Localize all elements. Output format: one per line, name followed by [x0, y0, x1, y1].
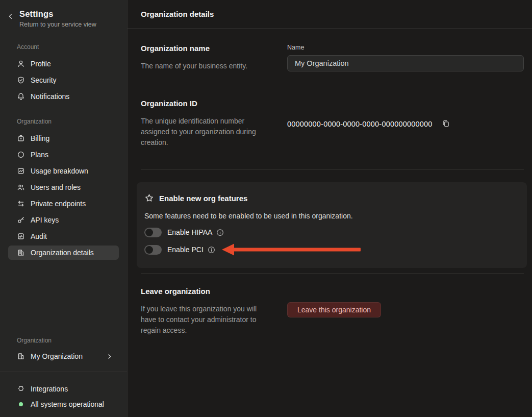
leave-organization-button[interactable]: Leave this organization: [287, 302, 381, 317]
audit-pulse-icon: [17, 232, 25, 240]
usage-chart-icon: [17, 167, 25, 175]
circle-icon: [17, 151, 25, 159]
name-field-label: Name: [287, 44, 524, 51]
sidebar-org-switcher-block: Organization My Organization: [0, 337, 127, 372]
sidebar-item-label: API keys: [31, 216, 59, 224]
features-card-title: Enable new org features: [159, 194, 247, 203]
billing-icon: [17, 134, 25, 142]
sidebar-header: Settings Return to your service view: [0, 0, 127, 28]
sidebar: Settings Return to your service view Acc…: [0, 0, 128, 417]
page-title: Organization details: [141, 10, 214, 18]
sidebar-item-label: Profile: [31, 60, 51, 68]
org-switcher-value: My Organization: [31, 352, 83, 360]
sidebar-item-label: Users and roles: [31, 183, 81, 191]
section-label-organization: Organization: [17, 118, 127, 125]
sidebar-item-label: Audit: [31, 232, 47, 240]
bell-icon: [17, 92, 25, 101]
main-header: Organization details: [128, 0, 532, 29]
copy-icon[interactable]: [442, 119, 450, 128]
org-id-section: Organization ID The unique identificatio…: [141, 84, 524, 170]
star-icon: [144, 193, 154, 203]
integrations-label: Integrations: [31, 385, 68, 393]
sidebar-title: Settings: [19, 9, 96, 19]
sidebar-item-profile[interactable]: Profile: [8, 57, 119, 71]
sidebar-item-label: Private endpoints: [31, 200, 86, 208]
hipaa-toggle-row: Enable HIPAA: [144, 227, 517, 237]
annotation-arrow-icon: [222, 243, 361, 256]
org-switcher[interactable]: My Organization: [8, 349, 119, 363]
sidebar-item-label: Security: [31, 76, 57, 84]
hipaa-toggle-label: Enable HIPAA: [167, 228, 212, 236]
main-panel: Organization details Organization name T…: [128, 0, 532, 417]
building-icon: [17, 352, 25, 360]
sidebar-subtitle: Return to your service view: [19, 21, 96, 28]
features-card-zone: Enable new org features Some features ne…: [141, 170, 524, 274]
sidebar-item-plans[interactable]: Plans: [8, 148, 119, 162]
sidebar-item-label: Plans: [31, 151, 48, 159]
info-icon[interactable]: [208, 246, 215, 254]
key-icon: [17, 216, 25, 224]
hipaa-toggle[interactable]: [144, 228, 162, 237]
sidebar-item-label: Organization details: [31, 249, 94, 257]
arrows-swap-icon: [17, 200, 25, 208]
org-name-section: Organization name The name of your busin…: [141, 29, 524, 84]
users-icon: [17, 183, 25, 191]
features-card-description: Some features need to be enabled to be u…: [144, 212, 517, 220]
sidebar-item-label: Billing: [31, 134, 49, 142]
settings-app: Settings Return to your service view Acc…: [0, 0, 532, 417]
features-card: Enable new org features Some features ne…: [137, 182, 527, 268]
user-icon: [17, 60, 25, 68]
info-icon[interactable]: [216, 229, 224, 236]
sidebar-item-private-endpoints[interactable]: Private endpoints: [8, 197, 119, 211]
integrations-link[interactable]: Integrations: [0, 381, 127, 397]
sidebar-item-label: Usage breakdown: [31, 167, 88, 175]
status-dot-icon: [19, 402, 23, 406]
section-label-account: Account: [17, 43, 127, 51]
sidebar-item-users-and-roles[interactable]: Users and roles: [8, 180, 119, 194]
org-name-description: The name of your business entity.: [141, 61, 273, 71]
sidebar-item-label: Notifications: [31, 92, 69, 101]
sidebar-item-billing[interactable]: Billing: [8, 131, 119, 145]
leave-org-title: Leave organization: [141, 287, 287, 296]
sidebar-item-api-keys[interactable]: API keys: [8, 213, 119, 227]
org-name-title: Organization name: [141, 44, 287, 53]
sidebar-item-organization-details[interactable]: Organization details: [8, 246, 119, 260]
pci-toggle[interactable]: [144, 245, 162, 255]
sidebar-item-audit[interactable]: Audit: [8, 229, 119, 243]
org-name-input[interactable]: [287, 55, 524, 71]
back-chevron-icon[interactable]: [7, 13, 14, 20]
org-id-description: The unique identification number assigne…: [141, 116, 273, 148]
building-icon: [17, 249, 25, 257]
chevron-right-icon: [106, 353, 113, 360]
leave-org-description: If you leave this organization you will …: [141, 304, 273, 336]
pci-toggle-label: Enable PCI: [167, 246, 204, 254]
sidebar-item-usage-breakdown[interactable]: Usage breakdown: [8, 164, 119, 178]
org-id-title: Organization ID: [141, 99, 287, 108]
pci-toggle-row: Enable PCI: [144, 244, 517, 255]
puzzle-icon: [17, 385, 25, 393]
leave-org-section: Leave organization If you leave this org…: [141, 274, 524, 336]
shield-check-icon: [17, 76, 25, 84]
status-label: All systems operational: [31, 400, 104, 408]
sidebar-item-notifications[interactable]: Notifications: [8, 89, 119, 104]
main-content: Organization name The name of your busin…: [128, 29, 532, 336]
org-id-value: 00000000-0000-0000-0000-000000000000: [287, 120, 433, 128]
system-status[interactable]: All systems operational: [0, 397, 127, 412]
sidebar-item-security[interactable]: Security: [8, 73, 119, 87]
sidebar-footer: Integrations All systems operational: [0, 372, 127, 417]
section-label-organization-switcher: Organization: [17, 337, 127, 344]
